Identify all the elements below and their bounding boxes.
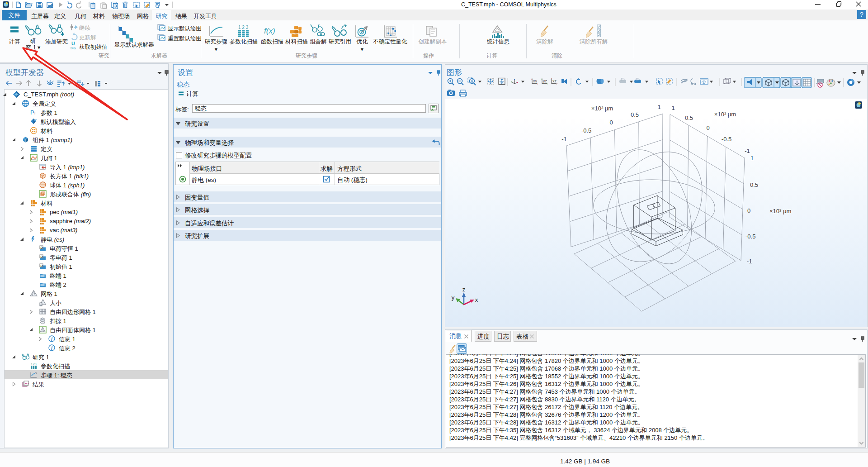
svg-text:123: 123 (31, 362, 37, 366)
svg-text:×10³ μm: ×10³ μm (769, 208, 791, 214)
svg-text:0.5: 0.5 (685, 114, 693, 121)
svg-text:t=o: t=o (71, 46, 76, 50)
svg-text:xy: xy (533, 79, 538, 83)
svg-text:0: 0 (747, 207, 750, 214)
svg-text:-1: -1 (747, 258, 752, 265)
svg-text:1: 1 (671, 105, 675, 111)
svg-text:x: x (475, 296, 478, 303)
svg-text:yz: yz (543, 79, 547, 83)
svg-text:xz: xz (552, 79, 557, 83)
svg-text:0.5: 0.5 (750, 181, 758, 188)
svg-text:1: 1 (750, 155, 754, 162)
svg-text:-0.5: -0.5 (745, 233, 755, 240)
svg-text:1: 1 (657, 104, 660, 110)
svg-text:U: U (71, 41, 75, 46)
svg-text:y: y (452, 294, 455, 301)
svg-text:D: D (41, 255, 43, 258)
svg-text:-0.5: -0.5 (581, 127, 591, 134)
svg-text:×10³ μm: ×10³ μm (714, 111, 736, 118)
svg-text:0: 0 (609, 119, 613, 126)
svg-text:z: z (462, 286, 466, 293)
svg-text:0.5: 0.5 (631, 111, 639, 118)
svg-text:0: 0 (706, 124, 709, 131)
svg-text:i: i (51, 346, 52, 351)
svg-text:D: D (41, 264, 43, 267)
svg-text:×10³ μm: ×10³ μm (591, 105, 613, 112)
svg-text:i: i (51, 337, 52, 342)
svg-text:i: i (34, 110, 35, 115)
svg-text:P: P (30, 109, 34, 116)
svg-text:-1: -1 (561, 136, 567, 143)
svg-text:-0.5: -0.5 (722, 136, 731, 143)
svg-text:-1: -1 (745, 148, 750, 154)
svg-text:D: D (41, 246, 43, 249)
